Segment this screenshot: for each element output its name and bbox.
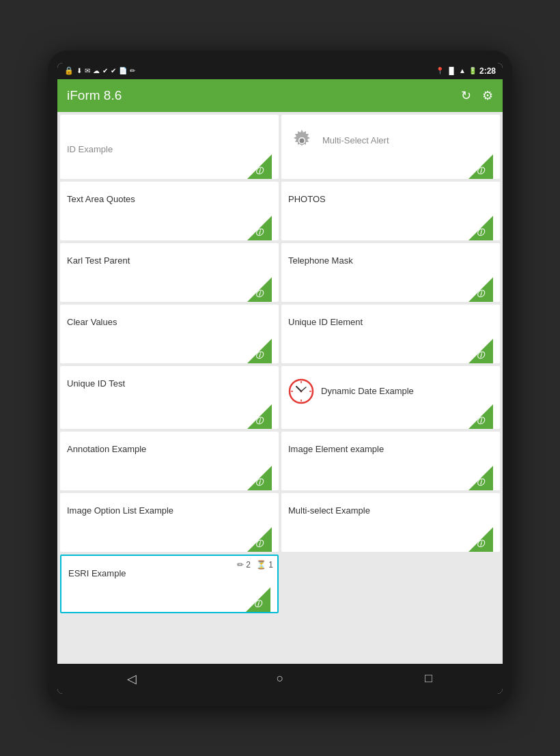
- list-item[interactable]: Clear Values ⓘ: [60, 305, 279, 363]
- card-icon-area: Dynamic Date Example: [288, 373, 493, 404]
- info-icon: ⓘ: [254, 599, 262, 609]
- recent-button[interactable]: □: [411, 664, 445, 694]
- list-item[interactable]: Text Area Quotes ⓘ: [60, 182, 279, 240]
- card-title: Image Option List Example: [67, 500, 272, 522]
- card-title: Multi-Select Alert: [322, 135, 389, 145]
- info-icon: ⓘ: [255, 477, 263, 488]
- green-corner: ⓘ: [468, 339, 493, 363]
- refresh-button[interactable]: ↻: [461, 88, 471, 103]
- green-corner: ⓘ: [468, 154, 493, 179]
- info-icon: ⓘ: [255, 227, 263, 238]
- card-bottom: ⓘ: [288, 404, 493, 429]
- list-item[interactable]: Image Element example ⓘ: [281, 432, 500, 490]
- list-item[interactable]: Telephone Mask ⓘ: [281, 243, 500, 302]
- info-icon: ⓘ: [477, 350, 484, 361]
- card-title: Telephone Mask: [288, 250, 493, 272]
- card-bottom: ⓘ: [67, 527, 272, 552]
- card-title: Unique ID Element: [288, 311, 493, 333]
- list-item[interactable]: PHOTOS ⓘ: [281, 182, 500, 240]
- info-icon: ⓘ: [477, 289, 484, 299]
- list-item[interactable]: Image Option List Example ⓘ: [60, 493, 279, 552]
- pending-icon: ⏳ 1: [256, 560, 273, 570]
- app-bar: iForm 8.6 ↻ ⚙: [57, 79, 503, 112]
- status-left-icons: 🔒 ⬇ ✉ ☁ ✔ ✔ 📄 ✏: [64, 66, 135, 75]
- check-icon: ✔: [102, 67, 108, 74]
- card-title: Text Area Quotes: [67, 188, 272, 210]
- green-corner: ⓘ: [247, 339, 272, 363]
- download-icon: ⬇: [76, 67, 82, 74]
- green-corner: ⓘ: [247, 216, 272, 240]
- list-item[interactable]: ✏ 2 ⏳ 1 ESRI Example ⓘ: [60, 555, 279, 613]
- info-icon: ⓘ: [477, 166, 484, 176]
- card-title: Clear Values: [67, 311, 272, 333]
- card-edit-icons: ✏ 2 ⏳ 1: [237, 560, 273, 570]
- settings-button[interactable]: ⚙: [482, 88, 493, 103]
- green-corner: ⓘ: [468, 404, 493, 429]
- bottom-nav: ◁ ○ □: [57, 664, 503, 694]
- card-title: Image Element example: [288, 438, 493, 460]
- card-icon-area: Multi-Select Alert: [288, 122, 493, 154]
- card-title: Multi-select Example: [288, 500, 493, 522]
- lock-icon: 🔒: [64, 66, 74, 75]
- battery-icon: 🔋: [468, 67, 477, 74]
- list-item[interactable]: ID Example ⓘ: [60, 115, 279, 179]
- content-area: ID Example ⓘ Multi-Select Ale: [57, 112, 503, 664]
- list-item[interactable]: Multi-Select Alert ⓘ: [281, 115, 500, 179]
- green-corner: ⓘ: [468, 277, 493, 302]
- card-bottom: ⓘ: [288, 527, 493, 552]
- info-icon: ⓘ: [477, 227, 484, 238]
- card-bottom: ⓘ: [67, 216, 272, 240]
- location-icon: 📍: [436, 67, 444, 74]
- gear-icon: [288, 127, 316, 154]
- info-icon: ⓘ: [477, 416, 484, 426]
- green-corner: ⓘ: [246, 587, 270, 612]
- back-button[interactable]: ◁: [115, 664, 149, 694]
- app-bar-actions: ↻ ⚙: [461, 88, 493, 103]
- info-icon: ⓘ: [477, 477, 484, 488]
- list-item[interactable]: Dynamic Date Example ⓘ: [281, 366, 500, 429]
- cloud-icon: ☁: [93, 67, 100, 74]
- screen: 🔒 ⬇ ✉ ☁ ✔ ✔ 📄 ✏ 📍 ▐▌ ▲ 🔋 2:28 iForm 8.6 …: [57, 63, 503, 694]
- list-item[interactable]: Unique ID Element ⓘ: [281, 305, 500, 363]
- card-bottom: ⓘ: [67, 339, 272, 363]
- card-bottom: ⓘ: [288, 466, 493, 490]
- status-right-icons: 📍 ▐▌ ▲ 🔋 2:28: [436, 66, 496, 76]
- card-bottom: ⓘ: [288, 154, 493, 179]
- card-title-truncated: ID Example: [67, 144, 272, 154]
- wifi-icon: ▲: [459, 67, 466, 74]
- green-corner: ⓘ: [247, 466, 272, 490]
- signal-icon: ▐▌: [447, 67, 456, 74]
- info-icon: ⓘ: [255, 350, 263, 361]
- card-title: PHOTOS: [288, 188, 493, 210]
- app-title: iForm 8.6: [67, 88, 122, 103]
- green-corner: ⓘ: [247, 404, 272, 429]
- card-title: Annotation Example: [67, 438, 272, 460]
- edit-pencil-icon: ✏ 2: [237, 560, 251, 570]
- green-corner: ⓘ: [468, 466, 493, 490]
- card-bottom: ⓘ: [288, 339, 493, 363]
- time-display: 2:28: [479, 66, 496, 76]
- card-title: Unique ID Test: [67, 373, 272, 399]
- file-icon: 📄: [119, 67, 127, 74]
- green-corner: ⓘ: [247, 277, 272, 302]
- clock-icon: [288, 378, 314, 404]
- list-item[interactable]: Unique ID Test ⓘ: [60, 366, 279, 429]
- card-bottom: ⓘ: [67, 154, 272, 179]
- card-title: Dynamic Date Example: [321, 386, 414, 396]
- green-corner: ⓘ: [247, 527, 272, 552]
- info-icon: ⓘ: [255, 539, 263, 549]
- check2-icon: ✔: [111, 67, 116, 74]
- list-item[interactable]: Multi-select Example ⓘ: [281, 493, 500, 552]
- email-icon: ✉: [85, 67, 90, 74]
- card-bottom: ⓘ: [67, 466, 272, 490]
- green-corner: ⓘ: [468, 216, 493, 240]
- card-bottom: ⓘ: [67, 277, 272, 302]
- card-bottom: ⓘ: [68, 587, 270, 612]
- green-corner: ⓘ: [247, 154, 272, 179]
- green-corner: ⓘ: [468, 527, 493, 552]
- list-item[interactable]: Annotation Example ⓘ: [60, 432, 279, 490]
- card-bottom: ⓘ: [288, 277, 493, 302]
- home-button[interactable]: ○: [263, 664, 297, 694]
- list-item[interactable]: Karl Test Parent ⓘ: [60, 243, 279, 302]
- info-icon: ⓘ: [477, 539, 484, 549]
